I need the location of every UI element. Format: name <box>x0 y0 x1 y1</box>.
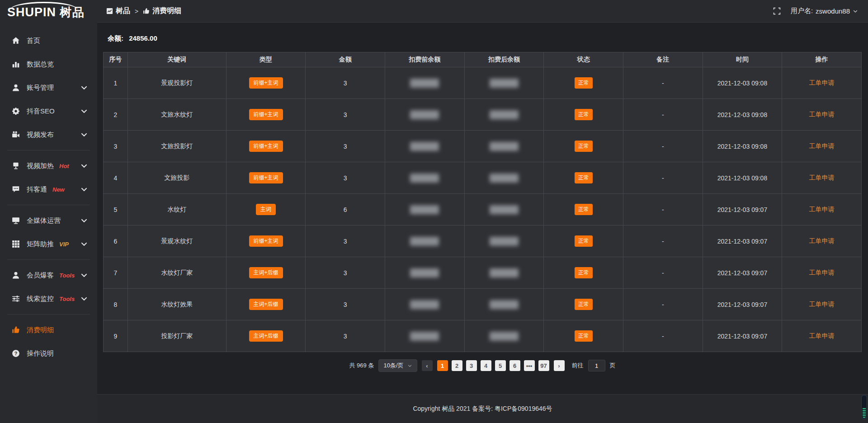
cell-time: 2021-12-03 09:08 <box>703 67 782 99</box>
user-menu[interactable]: 用户名: zswodun88 <box>791 7 858 15</box>
grid-icon <box>12 240 20 248</box>
action-link[interactable]: 工单申请 <box>809 237 835 244</box>
main-area: 树品 > 消费明细 用户名: zswodun88 余额: 24856.00 <box>97 0 868 423</box>
breadcrumb-item-spend-detail[interactable]: 消费明细 <box>143 6 181 16</box>
sidebar-item-data-overview[interactable]: 数据总览 <box>0 52 97 76</box>
content: 余额: 24856.00 序号关键词类型金额扣费前余额扣费后余额状态备注时间操作… <box>97 23 868 394</box>
sidebar-item-douketong[interactable]: 抖客通New <box>0 178 97 201</box>
cell-balance-before <box>385 162 465 194</box>
status-badge: 正常 <box>575 77 593 89</box>
sidebar-item-label: 抖客通 <box>27 185 47 194</box>
page-button-97[interactable]: 97 <box>538 360 549 371</box>
sidebar-divider <box>7 150 90 150</box>
sidebar-item-account-manage[interactable]: 账号管理 <box>0 76 97 99</box>
goto-page-input[interactable] <box>588 360 605 371</box>
column-header: 时间 <box>703 52 782 67</box>
cell-balance-before <box>385 99 465 131</box>
status-badge: 正常 <box>575 141 593 152</box>
sidebar-item-badge: Tools <box>59 272 75 279</box>
action-link[interactable]: 工单申请 <box>809 269 835 276</box>
cell-balance-before <box>385 257 465 289</box>
sidebar-item-badge: Tools <box>59 296 75 302</box>
page-button-4[interactable]: 4 <box>481 360 491 371</box>
cell-balance-before <box>385 320 465 352</box>
sidebar-item-douyin-seo[interactable]: 抖音SEO <box>0 99 97 123</box>
corner-widget[interactable] <box>861 395 867 419</box>
masked-balance-after <box>490 268 519 277</box>
cell-time: 2021-12-03 09:07 <box>703 226 782 257</box>
action-link[interactable]: 工单申请 <box>809 142 835 150</box>
action-link[interactable]: 工单申请 <box>809 79 835 86</box>
logo: SHUPIN 树品 <box>0 0 97 24</box>
sidebar-item-label: 抖音SEO <box>27 107 55 116</box>
person-icon <box>12 271 20 279</box>
balance-value: 24856.00 <box>129 34 157 42</box>
cell-balance-after <box>464 162 544 194</box>
status-badge: 正常 <box>575 204 593 215</box>
action-link[interactable]: 工单申请 <box>809 332 835 339</box>
logo-arc-decoration <box>10 2 78 10</box>
prev-page-button[interactable]: ‹ <box>422 360 433 371</box>
topbar: 树品 > 消费明细 用户名: zswodun88 <box>97 0 868 23</box>
cell-action: 工单申请 <box>782 320 862 352</box>
sidebar-item-home[interactable]: 首页 <box>0 29 97 52</box>
sidebar-item-label: 线索监控 <box>27 295 54 303</box>
action-link[interactable]: 工单申请 <box>809 206 835 213</box>
column-header: 金额 <box>306 52 385 67</box>
monitor-icon <box>12 216 20 225</box>
next-page-button[interactable]: › <box>554 360 565 371</box>
cell-balance-after <box>464 194 544 226</box>
page-button-1[interactable]: 1 <box>437 360 448 371</box>
cell-balance-before <box>385 67 465 99</box>
sidebar-item-badge: New <box>52 186 65 193</box>
sidebar-item-help[interactable]: ?操作说明 <box>0 342 97 365</box>
table-row: 5水纹灯主词6正常-2021-12-03 09:07工单申请 <box>104 194 862 226</box>
sidebar-item-media-operation[interactable]: 全媒体运营 <box>0 209 97 232</box>
cell-remark: - <box>623 99 703 131</box>
cell-balance-before <box>385 131 465 162</box>
cell-type: 前缀+主词 <box>226 131 306 162</box>
sidebar-item-video-publish[interactable]: 视频发布 <box>0 123 97 146</box>
cell-status: 正常 <box>544 194 623 226</box>
type-badge: 主词+后缀 <box>249 299 283 310</box>
page-ellipsis-button[interactable]: ••• <box>524 360 535 371</box>
page-button-6[interactable]: 6 <box>509 360 520 371</box>
cell-index: 2 <box>104 99 128 131</box>
page-button-2[interactable]: 2 <box>452 360 462 371</box>
action-link[interactable]: 工单申请 <box>809 111 835 118</box>
cell-keyword: 景观投影灯 <box>127 67 226 99</box>
page-button-5[interactable]: 5 <box>495 360 506 371</box>
masked-balance-before <box>410 300 439 309</box>
user-label: 用户名: <box>791 7 813 15</box>
cell-time: 2021-12-03 09:08 <box>703 131 782 162</box>
sidebar-item-spend-detail[interactable]: 消费明细 <box>0 318 97 342</box>
cell-type: 主词+后缀 <box>226 257 306 289</box>
breadcrumb: 树品 > 消费明细 <box>106 6 181 16</box>
cell-type: 前缀+主词 <box>226 67 306 99</box>
masked-balance-before <box>410 332 439 341</box>
sidebar-item-matrix-boost[interactable]: 矩阵助推VIP <box>0 232 97 256</box>
cell-keyword: 文旅水纹灯 <box>127 99 226 131</box>
cell-status: 正常 <box>544 162 623 194</box>
cell-balance-after <box>464 320 544 352</box>
type-badge: 前缀+主词 <box>249 109 283 120</box>
table-row: 2文旅水纹灯前缀+主词3正常-2021-12-03 09:08工单申请 <box>104 99 862 131</box>
topbar-right: 用户名: zswodun88 <box>773 7 858 15</box>
masked-balance-after <box>490 174 519 183</box>
masked-balance-after <box>490 332 519 341</box>
breadcrumb-item-shupin[interactable]: 树品 <box>106 6 130 16</box>
chat-icon <box>12 185 20 193</box>
cell-balance-after <box>464 67 544 99</box>
masked-balance-after <box>490 110 519 119</box>
sidebar-item-video-heat[interactable]: 视频加热Hot <box>0 154 97 178</box>
action-link[interactable]: 工单申请 <box>809 174 835 181</box>
cell-remark: - <box>623 226 703 257</box>
page-button-3[interactable]: 3 <box>466 360 477 371</box>
column-header: 扣费后余额 <box>464 52 544 67</box>
help-icon: ? <box>12 349 20 357</box>
page-size-select[interactable]: 10条/页 <box>378 359 417 372</box>
action-link[interactable]: 工单申请 <box>809 301 835 308</box>
sidebar-item-clue-monitor[interactable]: 线索监控Tools <box>0 287 97 310</box>
fullscreen-icon[interactable] <box>773 7 781 15</box>
sidebar-item-member-baoke[interactable]: 会员爆客Tools <box>0 263 97 287</box>
